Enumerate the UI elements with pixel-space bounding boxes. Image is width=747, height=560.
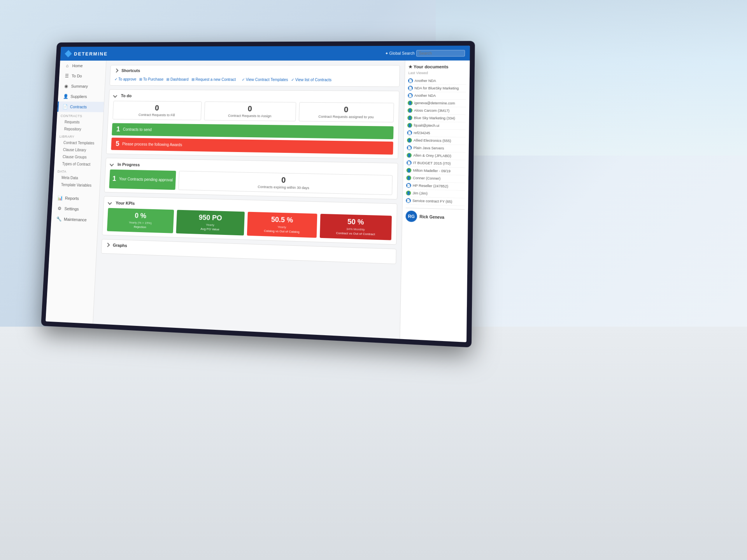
counter-fill: 0 Contract Requests to Fill [112, 101, 202, 120]
sidebar-label-reports: Reports [65, 196, 79, 201]
kpi-row: 0 % Yearly (% > 15%) Rejection 950 PO Ye… [107, 208, 392, 240]
window-background [436, 0, 747, 156]
shortcut-to-approve[interactable]: ✓ To approve [114, 77, 137, 81]
last-viewed-label: Last Viewed [408, 71, 466, 75]
doc-icon: 📄 [408, 79, 413, 83]
inprogress-pending-label: Your Contracts pending approval [119, 177, 173, 182]
shortcuts-title: Shortcuts [121, 68, 140, 73]
todo-header: To do [114, 93, 394, 100]
doc-icon: 📄 [406, 198, 411, 203]
kpi-po-value: 950 PO [180, 213, 242, 222]
top-bar-right: ✦ Global Search [385, 50, 465, 56]
document-item[interactable]: 📄 NDA for BlueSky Marketing [408, 85, 466, 93]
shortcut-view-templates[interactable]: ✓ View Contract Templates [242, 77, 288, 82]
user-avatar: RG [405, 210, 417, 222]
todo-action-send-label: Contracts to send [123, 127, 152, 132]
kpi-section: Your KPIs 0 % Yearly (% > 15%) Rejection… [102, 196, 397, 245]
sidebar-label-todo: To Do [72, 74, 82, 78]
doc-label: Blue Sky Marketing (334) [414, 116, 455, 120]
kpi-contract-label: Contract vs Out of Contract [323, 231, 388, 237]
doc-label: Aloss Carcom (3M17) [414, 108, 449, 113]
home-icon: ⌂ [64, 63, 70, 68]
todo-action-awards[interactable]: 5 Please process the following Awards [111, 138, 393, 155]
shortcuts-section: Shortcuts ✓ To approve ⊞ To Purchase ⊞ D… [109, 65, 400, 87]
sidebar-item-maintenance[interactable]: 🔧 Maintenance [51, 214, 98, 226]
right-panel-title: ★ Your documents [409, 65, 466, 70]
top-bar: DETERMINE ✦ Global Search [60, 46, 470, 61]
todo-title: To do [121, 93, 132, 98]
library-section-label: LIBRARY [56, 132, 102, 140]
document-item[interactable]: 📄 Service contract FY (65) [406, 197, 465, 206]
sidebar-sub-clause-library[interactable]: Clause Library [55, 146, 102, 154]
doc-icon: 👤 [406, 191, 411, 196]
shortcuts-chevron [114, 68, 119, 73]
search-input[interactable] [416, 50, 465, 56]
search-label: ✦ Global Search [385, 51, 414, 55]
counter-assign-value: 0 [208, 104, 293, 114]
doc-label: Conner (Conner) [413, 176, 440, 181]
sidebar-sub-clause-groups[interactable]: Clause Groups [54, 153, 101, 161]
document-item[interactable]: 👤 Aloss Carcom (3M17) [407, 107, 466, 115]
laptop-screen: DETERMINE ✦ Global Search ⌂ Home [46, 46, 470, 342]
document-item[interactable]: 📄 Another NDA [408, 77, 466, 85]
sidebar-item-todo[interactable]: ☰ To Do [59, 71, 106, 81]
inprogress-collapse-icon [110, 162, 114, 166]
sidebar-sub-types-of-contract[interactable]: Types of Contract [54, 160, 101, 168]
sidebar-item-home[interactable]: ⌂ Home [60, 61, 106, 71]
kpi-title: Your KPIs [116, 200, 135, 205]
kpi-card-po[interactable]: 950 PO Yearly Avg PO Value [176, 210, 245, 235]
todo-action-send[interactable]: 1 Contracts to send [112, 123, 393, 139]
doc-label: NDA for BlueSky Marketing [414, 86, 459, 91]
sidebar-item-settings[interactable]: ⚙ Settings [52, 203, 99, 215]
doc-icon: 👤 [407, 138, 412, 143]
document-item[interactable]: 👤 fquait@ptech.ui [407, 122, 466, 130]
shortcut-request-contract[interactable]: ⊞ Request a new Contract [191, 77, 236, 81]
doc-icon: 👤 [407, 116, 412, 120]
kpi-card-contract[interactable]: 50 % 34% Monthly Contract vs Out of Cont… [320, 214, 392, 240]
kpi-catalog-value: 50.5 % [251, 215, 314, 225]
doc-icon: 👤 [408, 101, 413, 105]
graphs-chevron [106, 243, 110, 247]
inprogress-expiring: 0 Contracts expiring within 30 days [178, 171, 393, 195]
document-item[interactable]: 👤 Allen & Orey (JPLABD) [407, 152, 465, 160]
sidebar-sub-template-variables[interactable]: Template Variables [53, 181, 100, 189]
shortcut-to-purchase[interactable]: ⊞ To Purchase [139, 77, 164, 81]
document-item[interactable]: 📄 ref234245 [407, 129, 466, 137]
document-item[interactable]: 📄 Another NDA [408, 92, 466, 100]
shortcuts-row: ✓ To approve ⊞ To Purchase ⊞ Dashboard ⊞… [114, 76, 395, 84]
shortcut-view-list[interactable]: ✓ View list of Contracts [291, 77, 331, 82]
sidebar-sub-repository[interactable]: Repository [56, 125, 103, 133]
kpi-collapse-icon [108, 200, 112, 205]
doc-icon: 📄 [407, 145, 412, 150]
doc-label: Allied Electronics (555) [414, 138, 451, 143]
document-item[interactable]: 👤 Allied Electronics (555) [407, 136, 466, 145]
sidebar-item-suppliers[interactable]: 👤 Suppliers [58, 91, 105, 102]
counter-fill-label: Contract Requests to Fill [116, 113, 198, 117]
kpi-card-rejection[interactable]: 0 % Yearly (% > 15%) Rejection [107, 208, 174, 233]
doc-label: Jim (Jim) [412, 191, 428, 195]
sidebar-sub-requests[interactable]: Requests [56, 118, 103, 126]
shortcut-dashboard[interactable]: ⊞ Dashboard [167, 77, 189, 81]
contracts-section-label: CONTRACTS [57, 112, 103, 119]
doc-label: fquait@ptech.ui [414, 123, 439, 128]
logo-area: DETERMINE [65, 50, 108, 58]
document-item[interactable]: 👤 Blue Sky Marketing (334) [407, 114, 466, 122]
sidebar-item-contracts[interactable]: 📄 Contracts [57, 102, 104, 112]
todo-collapse-icon [113, 94, 117, 98]
sidebar-sub-contract-templates[interactable]: Contract Templates [55, 139, 102, 147]
sidebar-item-summary[interactable]: ◉ Summary [58, 81, 105, 91]
sidebar-item-reports[interactable]: 📊 Reports [52, 192, 99, 204]
doc-label: Allen & Orey (JPLABD) [413, 153, 451, 158]
doc-icon: 👤 [407, 123, 412, 128]
documents-list: 📄 Another NDA📄 NDA for BlueSky Marketing… [406, 77, 466, 206]
inprogress-section: In Progress 1 Your Contracts pending app… [104, 158, 398, 199]
inprogress-pending-number: 1 [112, 175, 116, 183]
document-item[interactable]: 📄 Plain Java Servers [407, 144, 466, 153]
settings-icon: ⚙ [56, 206, 63, 211]
document-item[interactable]: 👤 igeneva@determine.com [408, 100, 466, 107]
maintenance-icon: 🔧 [56, 216, 62, 222]
kpi-card-catalog[interactable]: 50.5 % Yearly Catalog vs Out of Catalog [247, 212, 317, 238]
counter-assigned-value: 0 [302, 105, 390, 115]
inprogress-pending[interactable]: 1 Your Contracts pending approval [109, 170, 176, 190]
todo-action-send-number: 1 [116, 125, 120, 133]
